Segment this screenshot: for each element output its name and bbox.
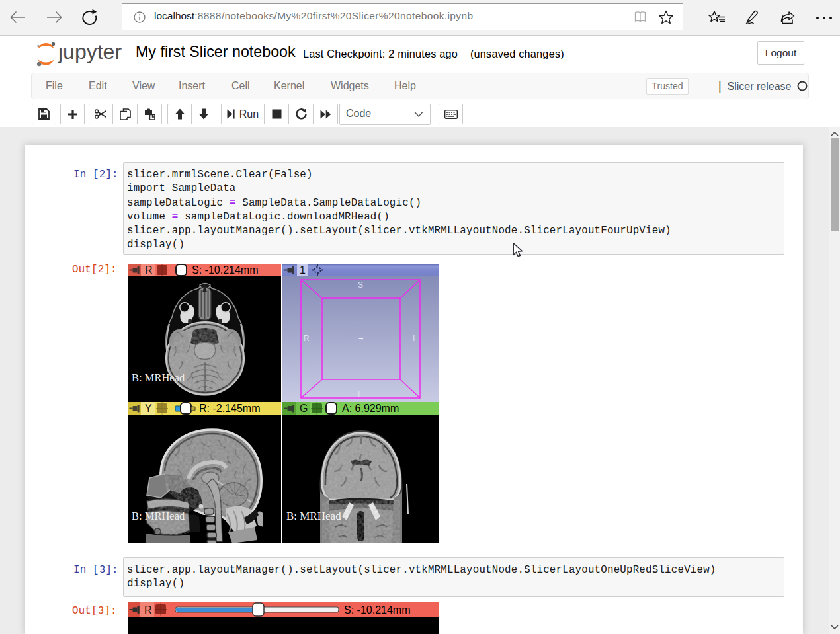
svg-text:B: MRHead: B: MRHead [132, 510, 185, 522]
svg-text:S: S [358, 280, 363, 290]
svg-text:S: -10.214mm: S: -10.214mm [192, 264, 258, 276]
svg-text:S: -10.214mm: S: -10.214mm [344, 604, 410, 615]
svg-text:B: MRHead: B: MRHead [286, 510, 341, 522]
svg-text:B: MRHead: B: MRHead [132, 372, 185, 384]
svg-text:1: 1 [300, 264, 306, 276]
svg-text:➞: ➞ [358, 335, 364, 342]
svg-text:R: -2.145mm: R: -2.145mm [199, 403, 260, 414]
svg-text:R: R [304, 334, 310, 343]
svg-text:Y: Y [145, 403, 152, 414]
svg-text:R: R [144, 604, 152, 615]
svg-text:I: I [358, 390, 360, 399]
svg-text:R: R [145, 264, 153, 276]
svg-text:I: I [413, 334, 415, 343]
svg-text:A: 6.929mm: A: 6.929mm [342, 403, 399, 414]
svg-text:G: G [300, 403, 308, 414]
